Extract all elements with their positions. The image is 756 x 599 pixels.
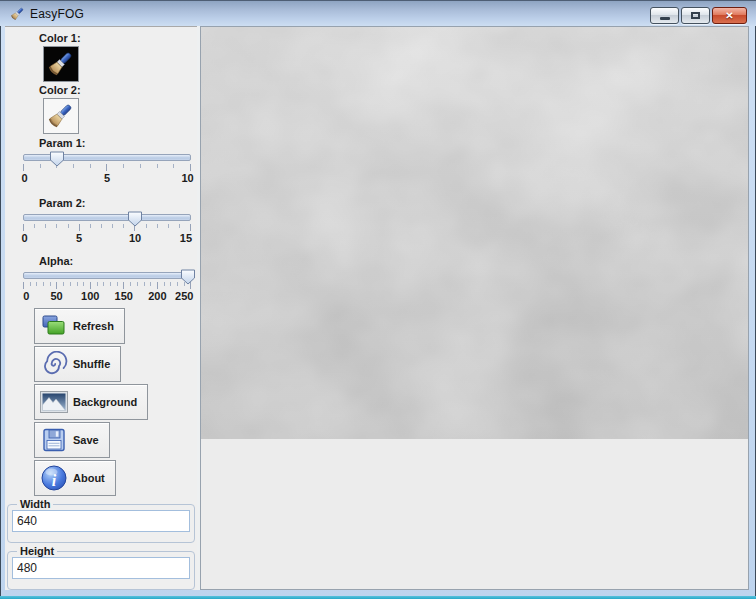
tick-label: 15 (180, 232, 192, 244)
slider-thumb[interactable] (180, 269, 195, 285)
minimize-icon (660, 17, 670, 20)
shuffle-icon (40, 351, 68, 377)
slider-thumb[interactable] (128, 211, 143, 227)
tick-label: 0 (22, 172, 28, 184)
tick-label: 0 (23, 290, 29, 302)
paintbrush-icon (45, 101, 75, 131)
tick-label: 250 (175, 290, 193, 302)
tick-label: 5 (104, 172, 110, 184)
tick-label: 10 (182, 172, 194, 184)
width-input[interactable] (12, 510, 190, 532)
fog-image (201, 27, 748, 439)
width-group-title: Width (17, 498, 53, 510)
window-title: EasyFOG (30, 7, 84, 21)
paintbrush-icon (45, 49, 75, 79)
param2-label: Param 2: (39, 197, 197, 210)
window-controls: ✕ (650, 7, 747, 24)
tick-label: 50 (50, 290, 62, 302)
tick-label: 200 (148, 290, 166, 302)
slider-track[interactable] (23, 214, 191, 221)
shuffle-button[interactable]: Shuffle (34, 346, 121, 382)
titlebar[interactable]: EasyFOG ✕ (0, 0, 756, 26)
color1-label: Color 1: (39, 32, 197, 45)
save-button-label: Save (73, 434, 99, 446)
sidebar: Color 1: Color 2: (5, 26, 197, 590)
tick-label: 0 (22, 232, 28, 244)
background-icon (40, 391, 68, 413)
alpha-label: Alpha: (39, 255, 197, 268)
refresh-button-label: Refresh (73, 320, 114, 332)
tick-label: 5 (76, 232, 82, 244)
tick-label: 150 (115, 290, 133, 302)
slider-track[interactable] (23, 272, 191, 279)
tick-label: 100 (81, 290, 99, 302)
svg-text:i: i (52, 472, 57, 489)
width-group: Width (7, 498, 195, 543)
alpha-slider[interactable]: 0 50 100 150 200 250 (23, 269, 191, 299)
minimize-button[interactable] (650, 7, 679, 24)
window-content: Color 1: Color 2: (5, 26, 749, 590)
param2-slider[interactable]: 0 5 10 15 (23, 211, 191, 241)
close-icon: ✕ (725, 11, 733, 21)
refresh-icon (40, 313, 68, 339)
color2-label: Color 2: (39, 84, 197, 97)
close-button[interactable]: ✕ (712, 7, 747, 24)
param1-label: Param 1: (39, 137, 197, 150)
slider-thumb[interactable] (49, 151, 64, 167)
shuffle-button-label: Shuffle (73, 358, 110, 370)
refresh-button[interactable]: Refresh (34, 308, 125, 344)
height-group: Height (7, 545, 195, 590)
app-brush-icon (9, 6, 25, 22)
about-button-label: About (73, 472, 105, 484)
preview-area (200, 26, 749, 590)
param1-slider[interactable]: 0 5 10 (23, 151, 191, 181)
about-icon: i (40, 464, 68, 492)
color1-button[interactable] (43, 46, 79, 82)
background-button[interactable]: Background (34, 384, 148, 420)
easyfog-window: EasyFOG ✕ Color 1: Color (0, 0, 756, 599)
about-button[interactable]: i About (34, 460, 116, 496)
background-button-label: Background (73, 396, 137, 408)
color2-button[interactable] (43, 98, 79, 134)
height-input[interactable] (12, 557, 190, 579)
maximize-icon (691, 12, 700, 19)
save-button[interactable]: Save (34, 422, 110, 458)
save-icon (40, 427, 68, 453)
tick-label: 10 (129, 232, 141, 244)
height-group-title: Height (17, 545, 57, 557)
maximize-button[interactable] (681, 7, 710, 24)
